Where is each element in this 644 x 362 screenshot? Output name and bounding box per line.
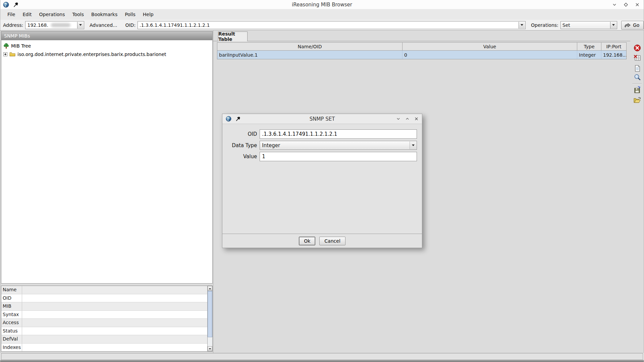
- address-combobox[interactable]: 192.168.: [25, 21, 84, 29]
- dialog-value-input[interactable]: [260, 152, 417, 161]
- go-arrow-icon: [624, 23, 631, 27]
- dialog-unshade-icon[interactable]: [405, 117, 410, 121]
- maximize-icon[interactable]: [623, 2, 629, 8]
- scrollbar-thumb[interactable]: [208, 291, 212, 337]
- info-row-indexes: Indexes: [1, 344, 207, 352]
- pin-icon: [235, 116, 240, 121]
- oid-dropdown-icon[interactable]: [519, 22, 525, 28]
- scroll-down-icon[interactable]: [208, 346, 212, 351]
- dialog-data-type-select[interactable]: Integer: [260, 141, 417, 150]
- document-icon[interactable]: [633, 64, 641, 72]
- menu-edit[interactable]: Edit: [19, 10, 35, 19]
- menu-help[interactable]: Help: [139, 10, 157, 19]
- operations-combobox[interactable]: Set: [560, 21, 618, 29]
- window-bottom-edge: [0, 360, 644, 362]
- dialog-buttonbar: Ok Cancel: [222, 234, 422, 248]
- save-icon[interactable]: [633, 86, 641, 94]
- minimize-icon[interactable]: [611, 2, 618, 8]
- menu-bookmarks[interactable]: Bookmarks: [88, 10, 121, 19]
- dialog-data-type-label: Data Type: [222, 142, 257, 148]
- close-icon[interactable]: [634, 2, 640, 8]
- stop-icon[interactable]: [633, 44, 641, 52]
- mib-tree: MIB Tree iso.org.dod.internet.private.en…: [1, 40, 213, 284]
- menubar: File Edit Operations Tools Bookmarks Pol…: [0, 9, 644, 20]
- expand-plus-icon[interactable]: [3, 52, 7, 56]
- column-type[interactable]: Type: [577, 43, 601, 50]
- info-row-syntax: Syntax: [1, 311, 207, 319]
- toolbar-divider: [632, 83, 642, 84]
- address-value: 192.168.: [25, 22, 50, 28]
- column-value[interactable]: Value: [402, 43, 577, 50]
- info-row-defval: DefVal: [1, 335, 207, 344]
- titlebar: iReasoning MIB Browser: [0, 0, 644, 9]
- oid-combobox[interactable]: .1.3.6.1.4.1.17491.1.1.2.1.2.1: [138, 21, 526, 29]
- menu-tools[interactable]: Tools: [69, 10, 88, 19]
- info-row-status: Status: [1, 327, 207, 336]
- info-row-access: Access: [1, 319, 207, 327]
- info-row-oid: OID: [1, 294, 207, 303]
- go-button[interactable]: Go: [621, 21, 644, 29]
- tab-result-table[interactable]: Result Table: [218, 32, 248, 41]
- address-label: Address:: [3, 22, 23, 28]
- info-row-name: Name: [1, 286, 207, 294]
- info-row-mib: MIB: [1, 302, 207, 311]
- window-title: iReasoning MIB Browser: [0, 2, 644, 8]
- globe-icon: [226, 116, 231, 122]
- operations-label: Operations:: [531, 22, 558, 28]
- go-label: Go: [633, 22, 639, 28]
- dialog-oid-input[interactable]: [260, 129, 417, 139]
- dialog-close-icon[interactable]: [414, 117, 419, 121]
- operations-dropdown-icon[interactable]: [610, 22, 616, 28]
- dialog-data-type-value: Integer: [260, 142, 280, 148]
- column-ip-port[interactable]: IP:Port: [601, 43, 626, 50]
- tree-icon: [3, 43, 9, 49]
- clear-table-icon[interactable]: [633, 54, 641, 62]
- mib-tree-label: MIB Tree: [11, 43, 31, 49]
- mib-tree-root[interactable]: MIB Tree: [1, 42, 212, 50]
- cancel-button[interactable]: Cancel: [319, 237, 345, 245]
- folder-icon: [9, 52, 15, 57]
- column-name-oid[interactable]: Name/OID: [217, 43, 402, 50]
- table-row[interactable]: bariInputValue.1 0 Integer 192.168....: [217, 51, 626, 59]
- redacted-address: [51, 23, 70, 27]
- data-type-dropdown-icon[interactable]: [410, 141, 416, 149]
- dialog-shade-icon[interactable]: [396, 117, 400, 121]
- app-window: iReasoning MIB Browser File Edit Operati…: [0, 0, 644, 362]
- side-toolbar: [631, 31, 644, 353]
- dialog-title: SNMP SET: [222, 116, 422, 122]
- open-folder-icon[interactable]: [633, 96, 641, 104]
- scroll-up-icon[interactable]: [208, 286, 212, 291]
- address-dropdown-icon[interactable]: [77, 22, 84, 28]
- oid-label: OID:: [125, 22, 136, 28]
- mib-tree-node[interactable]: iso.org.dod.internet.private.enterprises…: [1, 50, 212, 58]
- mib-tree-node-label: iso.org.dod.internet.private.enterprises…: [17, 52, 166, 57]
- magnifier-icon[interactable]: [633, 73, 641, 81]
- snmp-mibs-header: SNMP MIBs: [1, 31, 213, 40]
- result-table-header: Name/OID Value Type IP:Port: [217, 43, 626, 51]
- ok-button[interactable]: Ok: [299, 237, 315, 245]
- toolbar: Address: 192.168. Advanced... OID: .1.3.…: [0, 20, 644, 31]
- menu-operations[interactable]: Operations: [36, 10, 69, 19]
- result-table: Name/OID Value Type IP:Port bariInputVal…: [217, 42, 627, 59]
- menu-polls[interactable]: Polls: [121, 10, 139, 19]
- advanced-button[interactable]: Advanced...: [90, 22, 117, 28]
- dialog-value-label: Value: [222, 154, 257, 160]
- pin-icon: [13, 2, 18, 7]
- node-info-panel: Name OID MIB Syntax Access Status DefVal…: [1, 286, 213, 352]
- menu-file[interactable]: File: [4, 10, 19, 19]
- status-bar: [1, 353, 643, 360]
- dialog-oid-label: OID: [222, 131, 257, 137]
- operations-value: Set: [561, 22, 572, 28]
- dialog-titlebar: SNMP SET: [222, 114, 422, 124]
- info-scrollbar[interactable]: [207, 286, 212, 351]
- oid-value: .1.3.6.1.4.1.17491.1.1.2.1.2.1: [138, 22, 211, 28]
- globe-icon: [3, 2, 9, 8]
- snmp-mibs-panel: SNMP MIBs MIB Tree: [1, 31, 213, 352]
- snmp-set-dialog: SNMP SET OID Data Type Integer: [222, 114, 422, 248]
